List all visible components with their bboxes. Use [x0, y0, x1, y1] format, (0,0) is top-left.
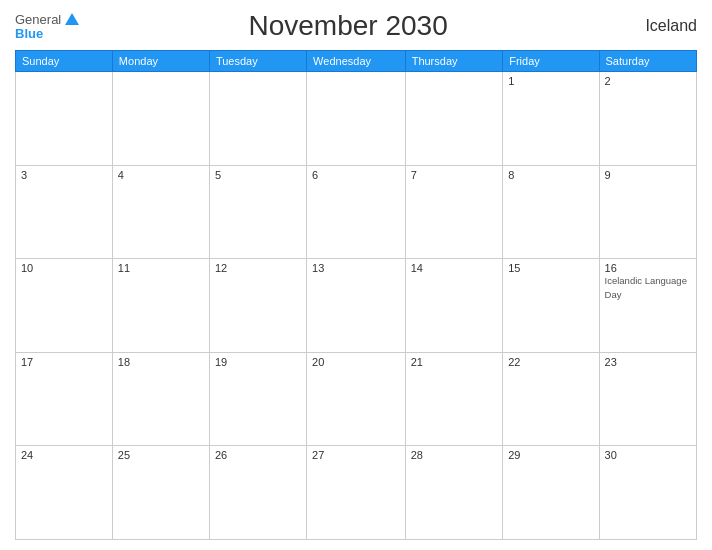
logo-triangle-icon: [65, 13, 79, 25]
day-number: 17: [21, 356, 107, 368]
day-number: 11: [118, 262, 204, 274]
day-number: 22: [508, 356, 593, 368]
day-number: 20: [312, 356, 400, 368]
calendar-cell: [405, 72, 503, 166]
day-number: 8: [508, 169, 593, 181]
calendar-cell: 8: [503, 165, 599, 259]
day-number: 30: [605, 449, 691, 461]
calendar-week-3: 10111213141516Icelandic Language Day: [16, 259, 697, 353]
calendar-cell: 17: [16, 352, 113, 446]
calendar-cell: 5: [209, 165, 306, 259]
day-number: 7: [411, 169, 498, 181]
day-number: 23: [605, 356, 691, 368]
logo-general-text: General: [15, 13, 61, 26]
col-saturday: Saturday: [599, 51, 696, 72]
day-number: 21: [411, 356, 498, 368]
calendar-cell: 7: [405, 165, 503, 259]
calendar-cell: 12: [209, 259, 306, 353]
day-number: 25: [118, 449, 204, 461]
calendar-cell: 23: [599, 352, 696, 446]
day-number: 6: [312, 169, 400, 181]
days-header-row: Sunday Monday Tuesday Wednesday Thursday…: [16, 51, 697, 72]
day-number: 12: [215, 262, 301, 274]
col-friday: Friday: [503, 51, 599, 72]
calendar-cell: 28: [405, 446, 503, 540]
calendar-cell: 16Icelandic Language Day: [599, 259, 696, 353]
day-number: 27: [312, 449, 400, 461]
col-sunday: Sunday: [16, 51, 113, 72]
country-label: Iceland: [617, 17, 697, 35]
day-number: 10: [21, 262, 107, 274]
calendar-table: Sunday Monday Tuesday Wednesday Thursday…: [15, 50, 697, 540]
calendar-week-5: 24252627282930: [16, 446, 697, 540]
calendar-page: General Blue November 2030 Iceland Sunda…: [0, 0, 712, 550]
day-number: 5: [215, 169, 301, 181]
calendar-cell: 21: [405, 352, 503, 446]
col-monday: Monday: [112, 51, 209, 72]
event-label: Icelandic Language Day: [605, 275, 687, 299]
calendar-cell: 4: [112, 165, 209, 259]
day-number: 18: [118, 356, 204, 368]
logo: General Blue: [15, 13, 79, 40]
day-number: 19: [215, 356, 301, 368]
calendar-cell: 10: [16, 259, 113, 353]
calendar-week-1: 12: [16, 72, 697, 166]
day-number: 9: [605, 169, 691, 181]
calendar-cell: 26: [209, 446, 306, 540]
header: General Blue November 2030 Iceland: [15, 10, 697, 42]
calendar-cell: 29: [503, 446, 599, 540]
calendar-cell: 27: [307, 446, 406, 540]
day-number: 28: [411, 449, 498, 461]
calendar-cell: 18: [112, 352, 209, 446]
calendar-cell: 3: [16, 165, 113, 259]
calendar-cell: [209, 72, 306, 166]
calendar-cell: 11: [112, 259, 209, 353]
calendar-cell: 6: [307, 165, 406, 259]
calendar-cell: [307, 72, 406, 166]
day-number: 13: [312, 262, 400, 274]
calendar-cell: 15: [503, 259, 599, 353]
calendar-cell: 13: [307, 259, 406, 353]
calendar-cell: 25: [112, 446, 209, 540]
calendar-cell: 22: [503, 352, 599, 446]
col-thursday: Thursday: [405, 51, 503, 72]
col-tuesday: Tuesday: [209, 51, 306, 72]
calendar-cell: 14: [405, 259, 503, 353]
day-number: 26: [215, 449, 301, 461]
day-number: 29: [508, 449, 593, 461]
calendar-week-4: 17181920212223: [16, 352, 697, 446]
calendar-cell: 1: [503, 72, 599, 166]
logo-blue-text: Blue: [15, 27, 79, 40]
calendar-week-2: 3456789: [16, 165, 697, 259]
col-wednesday: Wednesday: [307, 51, 406, 72]
calendar-cell: 30: [599, 446, 696, 540]
day-number: 4: [118, 169, 204, 181]
day-number: 14: [411, 262, 498, 274]
calendar-cell: 2: [599, 72, 696, 166]
calendar-cell: 19: [209, 352, 306, 446]
calendar-cell: 9: [599, 165, 696, 259]
day-number: 16: [605, 262, 691, 274]
day-number: 3: [21, 169, 107, 181]
day-number: 2: [605, 75, 691, 87]
calendar-cell: [16, 72, 113, 166]
day-number: 24: [21, 449, 107, 461]
calendar-cell: 24: [16, 446, 113, 540]
calendar-title: November 2030: [79, 10, 617, 42]
day-number: 15: [508, 262, 593, 274]
calendar-cell: [112, 72, 209, 166]
calendar-cell: 20: [307, 352, 406, 446]
day-number: 1: [508, 75, 593, 87]
